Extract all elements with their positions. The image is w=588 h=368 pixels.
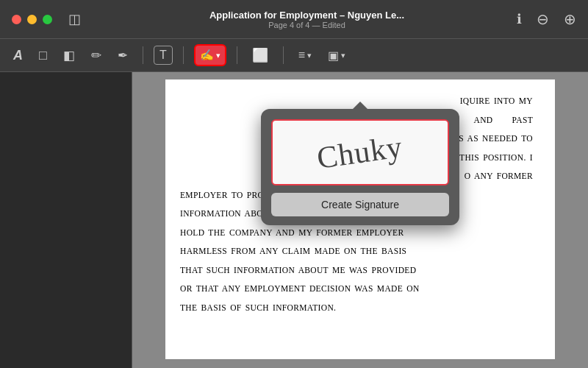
align-tool-button[interactable]: ≡ ▾: [294, 46, 316, 65]
signature-display: Chuky: [271, 119, 449, 185]
separator-1: [143, 46, 143, 64]
pen-tool-button[interactable]: ✒: [113, 45, 132, 66]
separator-2: [183, 46, 184, 64]
text-cursor-button[interactable]: A: [9, 45, 27, 66]
page-indicator: Page 4 of 4 — Edited: [97, 21, 517, 29]
document-area: Chuky Create Signature IQUIRE INTO MY AN…: [132, 72, 588, 368]
signature-preview: Chuky: [315, 129, 406, 176]
sidebar: [0, 72, 132, 368]
doc-line-10: THAT SUCH INFORMATION ABOUT ME WAS PROVI…: [180, 263, 533, 278]
align-icon: ≡: [298, 49, 305, 62]
border-icon: ▣: [328, 49, 339, 63]
traffic-lights: [12, 15, 52, 24]
text-box-button[interactable]: T: [154, 46, 173, 65]
separator-4: [283, 46, 284, 64]
fullscreen-button[interactable]: [43, 15, 52, 24]
toolbar: A □ ◧ ✏ ✒ T ✍ ▾ ⬜ ≡ ▾ ▣ ▾: [0, 38, 588, 72]
doc-line-9: HARMLESS FROM ANY CLAIM MADE ON THE BASI…: [180, 244, 533, 259]
main-area: Chuky Create Signature IQUIRE INTO MY AN…: [0, 72, 588, 368]
signature-popup: Chuky Create Signature: [261, 109, 459, 225]
align-dropdown-arrow: ▾: [307, 51, 312, 60]
border-dropdown-arrow: ▾: [341, 51, 345, 60]
window-tool-button[interactable]: ⬜: [248, 44, 273, 66]
title-bar: ◫ Application for Employment – Nguyen Le…: [0, 0, 588, 38]
title-info: Application for Employment – Nguyen Le..…: [97, 10, 517, 29]
separator-3: [237, 46, 237, 64]
title-bar-icons: ℹ ⊖ ⊕: [517, 10, 576, 28]
doc-line-11: OR THAT ANY EMPLOYMENT DECISION WAS MADE…: [180, 282, 533, 297]
sign-tool-button[interactable]: ✍ ▾: [194, 44, 226, 66]
border-tool-button[interactable]: ▣ ▾: [323, 46, 350, 66]
zoom-out-icon[interactable]: ⊖: [537, 10, 549, 28]
shape-tool-button[interactable]: ◧: [59, 45, 79, 66]
sidebar-toggle-icon[interactable]: ◫: [64, 8, 85, 30]
window-title: Application for Employment – Nguyen Le..…: [97, 10, 517, 21]
info-icon[interactable]: ℹ: [517, 11, 522, 27]
zoom-in-icon[interactable]: ⊕: [564, 10, 576, 28]
doc-line-8: HOLD THE COMPANY AND MY FORMER EMPLOYER: [180, 226, 533, 241]
close-button[interactable]: [12, 15, 21, 24]
sign-dropdown-arrow: ▾: [216, 51, 220, 60]
draw-tool-button[interactable]: ✏: [87, 45, 106, 66]
rectangle-select-button[interactable]: □: [35, 45, 51, 66]
create-signature-button[interactable]: Create Signature: [271, 193, 449, 216]
minimize-button[interactable]: [27, 15, 37, 24]
doc-line-12: THE BASIS OF SUCH INFORMATION.: [180, 301, 533, 316]
sign-icon: ✍: [200, 49, 214, 62]
